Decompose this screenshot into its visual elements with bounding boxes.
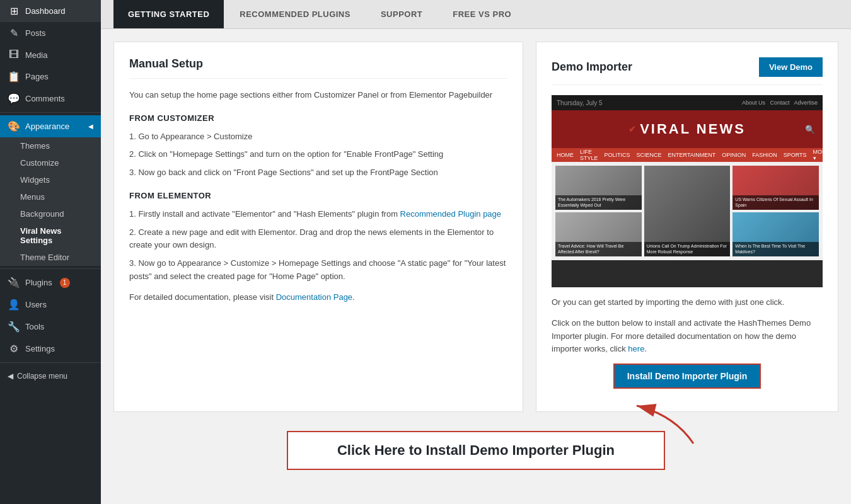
appearance-submenu: Themes Customize Widgets Menus Backgroun…	[0, 137, 101, 266]
customizer-steps: Go to Appearance > Customize Click on "H…	[129, 130, 507, 180]
sidebar-sub-theme-editor[interactable]: Theme Editor	[0, 249, 101, 266]
sidebar-item-tools[interactable]: 🔧 Tools	[0, 316, 101, 338]
preview-card-4-title: Travel Advice: How Will Travel Be Affect…	[555, 242, 642, 256]
appearance-arrow: ◀	[88, 123, 93, 130]
sidebar-item-dashboard[interactable]: ⊞ Dashboard	[0, 0, 101, 22]
nav-opinion: OPINION	[722, 152, 746, 158]
collapse-arrow-icon: ◀	[8, 372, 13, 381]
divider-3	[0, 362, 101, 363]
tab-content: Manual Setup You can setup the home page…	[101, 42, 851, 501]
media-icon: 🎞	[8, 49, 20, 60]
elementor-step-2: Create a new page and edit with Elemento…	[129, 226, 507, 253]
preview-card-3: US Warns Citizens Of Sexual Assault In S…	[732, 166, 819, 210]
customizer-step-3: Now go back and click on "Front Page Sec…	[129, 166, 507, 180]
customizer-step-1: Go to Appearance > Customize	[129, 130, 507, 144]
sidebar-sub-customize[interactable]: Customize	[0, 154, 101, 171]
settings-icon: ⚙	[8, 343, 20, 355]
collapse-menu[interactable]: ◀ Collapse menu	[0, 365, 101, 387]
pages-icon: 📋	[8, 71, 20, 83]
elementor-step-3: Now go to Appearance > Customize > Homep…	[129, 257, 507, 284]
install-demo-button[interactable]: Install Demo Importer Plugin	[613, 364, 761, 389]
manual-setup-intro: You can setup the home page sections eit…	[129, 89, 507, 102]
elementor-steps: Firstly install and activate "Elementor"…	[129, 208, 507, 284]
sidebar-item-pages[interactable]: 📋 Pages	[0, 66, 101, 88]
sidebar-sub-viral-news-settings[interactable]: Viral News Settings	[0, 222, 101, 249]
sidebar-item-media[interactable]: 🎞 Media	[0, 44, 101, 66]
sidebar-sub-menus[interactable]: Menus	[0, 188, 101, 205]
preview-logo-area: ✔ VIRAL NEWS 🔍	[552, 110, 823, 148]
install-btn-wrapper: Install Demo Importer Plugin	[552, 364, 823, 389]
preview-card-2: Unions Call On Trump Administration For …	[644, 166, 731, 256]
dashboard-icon: ⊞	[8, 5, 20, 17]
preview-card-4: Travel Advice: How Will Travel Be Affect…	[555, 212, 642, 256]
demo-importer-header: Demo Importer View Demo	[552, 57, 823, 85]
divider-1	[0, 112, 101, 113]
sidebar-item-posts[interactable]: ✎ Posts	[0, 22, 101, 44]
here-link[interactable]: here	[628, 344, 644, 353]
sidebar-sub-themes[interactable]: Themes	[0, 137, 101, 154]
tools-icon: 🔧	[8, 321, 20, 333]
nav-politics: POLITICS	[605, 152, 630, 158]
preview-card-3-title: US Warns Citizens Of Sexual Assault In S…	[732, 195, 819, 210]
sidebar-item-plugins[interactable]: 🔌 Plugins 1	[0, 272, 101, 294]
tab-support[interactable]: SUPPORT	[366, 0, 437, 28]
preview-card-5-title: When Is The Best Time To Visit The Maldi…	[732, 242, 819, 256]
sidebar-item-comments[interactable]: 💬 Comments	[0, 88, 101, 110]
sidebar-item-appearance[interactable]: 🎨 Appearance ◀	[0, 115, 101, 137]
sidebar-item-users[interactable]: 👤 Users	[0, 294, 101, 316]
search-icon: 🔍	[805, 125, 815, 134]
appearance-icon: 🎨	[8, 120, 20, 132]
posts-icon: ✎	[8, 27, 20, 39]
sidebar-label-users: Users	[25, 300, 47, 309]
nav-lifestyle: LIFE STYLE	[580, 149, 598, 161]
sidebar-label-settings: Settings	[25, 344, 55, 353]
sidebar-label-media: Media	[25, 50, 47, 60]
preview-date: Thursday, July 5	[557, 100, 603, 106]
sidebar-label-posts: Posts	[25, 28, 46, 38]
footer-period: .	[352, 292, 355, 302]
demo-desc-2-text: Click on the button below to install and…	[552, 318, 811, 354]
preview-nav-links: About Us Contact Advertise	[742, 100, 818, 106]
main-content: GETTING STARTED RECOMMENDED PLUGINS SUPP…	[101, 0, 851, 504]
recommended-plugin-page-link[interactable]: Recommended Plugin page	[400, 209, 501, 219]
documentation-page-link[interactable]: Documentation Page	[276, 292, 352, 302]
demo-preview-image: Thursday, July 5 About Us Contact Advert…	[552, 95, 823, 287]
tab-recommended-plugins[interactable]: RECOMMENDED PLUGINS	[225, 0, 365, 28]
preview-card-2-title: Unions Call On Trump Administration For …	[644, 242, 731, 256]
plugins-badge: 1	[60, 278, 70, 288]
bottom-cta-box[interactable]: Click Here to Install Demo Importer Plug…	[287, 431, 665, 470]
tab-free-vs-pro[interactable]: FREE VS PRO	[438, 0, 526, 28]
nav-more: MORE ▾	[813, 149, 823, 161]
sidebar-sub-background[interactable]: Background	[0, 205, 101, 222]
demo-importer-title: Demo Importer	[552, 60, 632, 74]
collapse-label: Collapse menu	[17, 372, 67, 381]
customizer-step-2: Click on "Homepage Settings" and turn on…	[129, 148, 507, 161]
nav-home: HOME	[557, 152, 574, 158]
preview-card-1: The Automakers 2016 Pretty Were Essentia…	[555, 166, 642, 210]
bottom-cta-text: Click Here to Install Demo Importer Plug…	[337, 442, 615, 458]
sidebar-item-settings[interactable]: ⚙ Settings	[0, 338, 101, 360]
two-column-layout: Manual Setup You can setup the home page…	[113, 42, 838, 412]
sidebar-label-dashboard: Dashboard	[25, 6, 66, 16]
bottom-cta-section: Click Here to Install Demo Importer Plug…	[113, 431, 838, 470]
preview-header-bar: Thursday, July 5 About Us Contact Advert…	[552, 95, 823, 110]
sidebar: ⊞ Dashboard ✎ Posts 🎞 Media 📋 Pages 💬 Co…	[0, 0, 101, 504]
demo-desc-1: Or you can get started by importing the …	[552, 296, 823, 309]
preview-nav: HOME LIFE STYLE POLITICS SCIENCE ENTERTA…	[552, 148, 823, 162]
footer-text: For detailed documentation, please visit…	[129, 291, 507, 304]
customizer-heading: FROM CUSTOMIZER	[129, 112, 507, 125]
tab-getting-started[interactable]: GETTING STARTED	[113, 0, 224, 28]
manual-setup-body: You can setup the home page sections eit…	[129, 89, 507, 304]
preview-logo-text: VIRAL NEWS	[640, 121, 746, 137]
elementor-step-1: Firstly install and activate "Elementor"…	[129, 208, 507, 221]
view-demo-button[interactable]: View Demo	[759, 57, 823, 77]
nav-entertainment: ENTERTAINMENT	[668, 152, 716, 158]
preview-card-5: When Is The Best Time To Visit The Maldi…	[732, 212, 819, 256]
sidebar-label-plugins: Plugins	[25, 278, 52, 287]
manual-setup-title: Manual Setup	[129, 57, 507, 79]
sidebar-sub-widgets[interactable]: Widgets	[0, 171, 101, 188]
footer-prefix: For detailed documentation, please visit	[129, 292, 276, 302]
demo-importer-card: Demo Importer View Demo Thursday, July 5…	[536, 42, 838, 412]
demo-desc-2-end: .	[644, 344, 647, 353]
nav-fashion: FASHION	[752, 152, 777, 158]
